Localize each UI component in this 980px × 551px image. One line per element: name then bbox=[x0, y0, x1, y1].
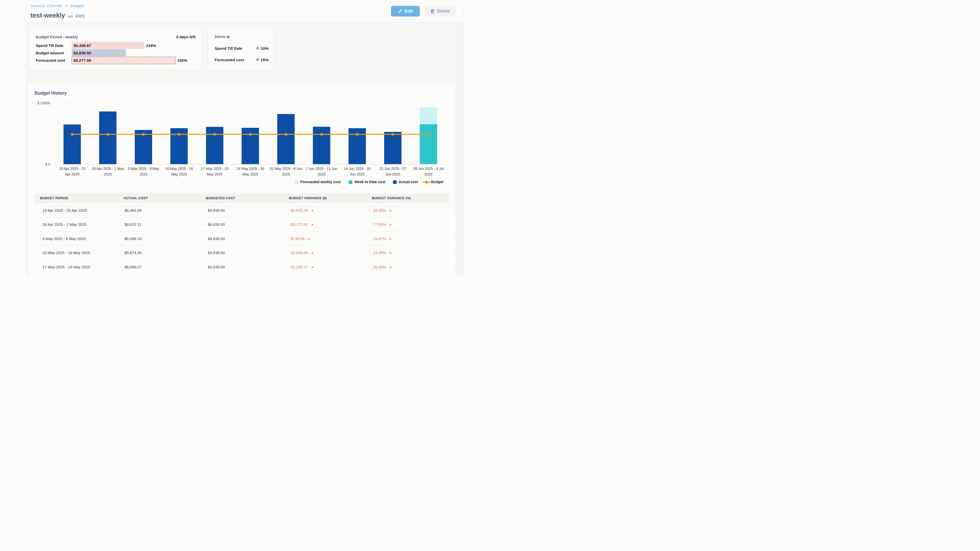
svg-text:2025: 2025 bbox=[282, 172, 290, 176]
svg-text:2025: 2025 bbox=[425, 172, 432, 176]
svg-text:May 2025: May 2025 bbox=[207, 172, 223, 176]
svg-text:17 May 2025 - 23: 17 May 2025 - 23 bbox=[201, 167, 229, 171]
svg-text:2025: 2025 bbox=[318, 172, 325, 176]
svg-text:24 May 2025 - 30: 24 May 2025 - 30 bbox=[236, 167, 264, 171]
svg-text:May 2025: May 2025 bbox=[242, 172, 258, 176]
svg-text:$ 0: $ 0 bbox=[45, 162, 50, 166]
svg-text:10 May 2025 - 16: 10 May 2025 - 16 bbox=[165, 167, 193, 171]
svg-text:26 Apr 2025 - 2 May: 26 Apr 2025 - 2 May bbox=[92, 167, 124, 171]
svg-text:19 Apr 2025 - 25: 19 Apr 2025 - 25 bbox=[59, 167, 86, 171]
svg-text:14 Jun 2025 - 20: 14 Jun 2025 - 20 bbox=[344, 167, 371, 171]
svg-text:Apr 2025: Apr 2025 bbox=[65, 172, 80, 176]
svg-text:28 Jun 2025 - 4 Jul: 28 Jun 2025 - 4 Jul bbox=[413, 167, 444, 171]
svg-text:Jun 2025: Jun 2025 bbox=[385, 172, 400, 176]
svg-text:31 May 2025 - 6 Jun: 31 May 2025 - 6 Jun bbox=[270, 167, 302, 171]
svg-text:2025: 2025 bbox=[139, 172, 147, 176]
svg-text:May 2025: May 2025 bbox=[171, 172, 187, 176]
svg-text:Jun 2025: Jun 2025 bbox=[350, 172, 365, 176]
svg-text:$ 10000: $ 10000 bbox=[37, 101, 50, 105]
svg-text:7 Jun 2025 - 13 Jun: 7 Jun 2025 - 13 Jun bbox=[306, 167, 337, 171]
svg-text:2025: 2025 bbox=[104, 172, 112, 176]
svg-text:21 Jun 2025 - 27: 21 Jun 2025 - 27 bbox=[380, 167, 406, 171]
svg-text:3 May 2025 - 9 May: 3 May 2025 - 9 May bbox=[127, 167, 159, 171]
